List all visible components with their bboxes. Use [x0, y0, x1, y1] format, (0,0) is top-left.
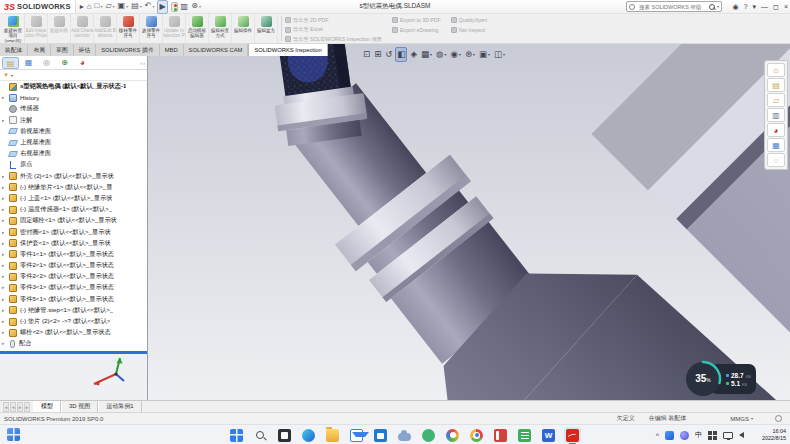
panel-tab-nav-arrows[interactable]: ‹ ›: [140, 60, 147, 66]
design-library-icon[interactable]: ▤: [767, 78, 785, 92]
tree-item[interactable]: ▸零件5<1> (默认<<默认>_显示状态: [0, 294, 147, 305]
taskbar-app-mail[interactable]: [348, 427, 365, 443]
taskbar-app-store[interactable]: [372, 427, 389, 443]
search-scope-icon[interactable]: [629, 4, 635, 10]
undo-icon[interactable]: ↶▾: [145, 0, 155, 13]
more-icon[interactable]: ▾: [753, 1, 757, 13]
tree-item[interactable]: ▸零件2<1> (默认<<默认>_显示状态: [0, 260, 147, 271]
ribbon-button-new-inspection-project[interactable]: 新建检查项目(amp:间): [2, 14, 25, 43]
taskbar-app-edge[interactable]: [300, 427, 317, 443]
tab-scroll-arrow-icon[interactable]: ▸: [24, 402, 30, 412]
edit-appearance-icon[interactable]: ⊛▾: [464, 48, 476, 61]
tab-scroll-arrow-icon[interactable]: ▸: [17, 402, 23, 412]
custom-properties-icon[interactable]: ▦: [767, 138, 785, 152]
taskbar-app-onedrive[interactable]: [396, 427, 413, 443]
apply-scene-icon[interactable]: ▣▾: [478, 48, 491, 61]
volume-icon[interactable]: [739, 432, 744, 438]
taskbar-app-task-view[interactable]: [276, 427, 293, 443]
command-tab[interactable]: SOLIDWORKS Inspection: [248, 44, 327, 56]
hidden-icons-chevron[interactable]: ^: [656, 432, 659, 439]
view-settings-icon[interactable]: ◫▾: [493, 48, 506, 61]
command-tab[interactable]: 评估: [74, 44, 97, 56]
expand-arrow-icon[interactable]: ▸: [2, 274, 9, 279]
restore-icon[interactable]: ◻: [773, 1, 779, 13]
search-icon[interactable]: [708, 3, 716, 11]
tree-item[interactable]: ▸(-) 绝缘垫片<1> (默认<<默认>_显: [0, 182, 147, 193]
tree-item[interactable]: ▸History: [0, 92, 147, 103]
view-orientation-icon[interactable]: ▦▾: [420, 48, 433, 61]
ime-grid-icon[interactable]: [708, 431, 717, 440]
feature-manager-tab[interactable]: ▤: [2, 57, 19, 69]
tab-scroll-arrow-icon[interactable]: ◂: [3, 402, 9, 412]
previous-view-icon[interactable]: ↺: [384, 48, 393, 61]
close-icon[interactable]: ×: [784, 1, 788, 13]
display-style-icon[interactable]: ◍▾: [435, 48, 447, 61]
ime-language-indicator[interactable]: 中: [695, 430, 702, 440]
tree-item[interactable]: ▸密封圈<1> (默认<<默认>_显示状: [0, 226, 147, 237]
taskbar-app-search[interactable]: [252, 427, 269, 443]
tree-item[interactable]: ▸零件3<1> (默认<<默认>_显示状态: [0, 282, 147, 293]
taskbar-app-app-green[interactable]: [420, 427, 437, 443]
ribbon-button-edit-supplier[interactable]: 编辑监方: [255, 14, 278, 43]
taskbar-app-file-explorer[interactable]: [324, 427, 341, 443]
sign-in-icon[interactable]: ◉: [733, 1, 739, 13]
expand-arrow-icon[interactable]: ▸: [2, 308, 9, 313]
tree-filter-row[interactable]: ▼ ▾: [0, 70, 147, 81]
unit-system-selector[interactable]: MMGS ▾: [730, 416, 753, 422]
expand-arrow-icon[interactable]: ▸: [2, 330, 9, 335]
home-icon[interactable]: ⌂: [87, 1, 92, 13]
expand-arrow-icon[interactable]: ▸: [2, 319, 9, 324]
dimxpert-manager-tab[interactable]: ⊕: [56, 57, 73, 69]
tree-item[interactable]: ▸配合: [0, 338, 147, 349]
document-tab[interactable]: 模型: [33, 401, 61, 412]
status-tag-icon[interactable]: [775, 415, 782, 422]
ribbon-button-edit-operation[interactable]: 编辑操作: [232, 14, 255, 43]
expand-arrow-icon[interactable]: ▸: [2, 230, 9, 235]
display-manager-tab[interactable]: ◕: [74, 57, 91, 69]
rebuild-icon[interactable]: [171, 2, 178, 12]
graphics-viewport[interactable]: ⊡⊞↺◧◈▦▾◍▾◉▾⊛▾▣▾◫▾ ⌂▤▱▥◕▦◌: [148, 44, 790, 400]
dynamic-annotation-views-icon[interactable]: ◈: [409, 48, 418, 61]
flyout-arrow-icon[interactable]: ▸: [80, 1, 84, 13]
expand-arrow-icon[interactable]: ▸: [2, 174, 9, 179]
command-tab[interactable]: SOLIDWORKS CAM: [184, 44, 249, 56]
filter-caret-icon[interactable]: ▾: [11, 73, 13, 78]
expand-arrow-icon[interactable]: ▸: [2, 252, 9, 257]
search-caret-icon[interactable]: ▾: [717, 4, 719, 9]
filter-funnel-icon[interactable]: ▼: [3, 70, 9, 80]
taskbar-clock[interactable]: 16:04 2022/8/15: [762, 428, 786, 442]
command-tab[interactable]: 草图: [51, 44, 74, 56]
tree-item[interactable]: ▸(-) 绝缘管.step<1> (默认<<默认>_: [0, 305, 147, 316]
tree-item[interactable]: ▸螺栓<2> (默认<<默认>_显示状态: [0, 327, 147, 338]
hide-show-items-icon[interactable]: ◉▾: [449, 48, 461, 61]
tree-item[interactable]: 右视基准面: [0, 148, 147, 159]
zoom-to-fit-icon[interactable]: ⊡: [362, 48, 371, 61]
tree-item[interactable]: ▸(-) 垫片 (2)<2> ->? (默认<<默认>: [0, 316, 147, 327]
solidworks-forum-icon[interactable]: ◌: [767, 153, 785, 167]
expand-arrow-icon[interactable]: ▸: [2, 241, 9, 246]
document-tab[interactable]: 3D 视图: [61, 401, 98, 412]
taskbar-app-wps[interactable]: W: [540, 427, 557, 443]
search-input[interactable]: [637, 3, 708, 11]
tree-item[interactable]: ▸零件2<2> (默认<<默认>_显示状态: [0, 271, 147, 282]
expand-arrow-icon[interactable]: ▸: [2, 297, 9, 302]
taskbar-app-app-red-book[interactable]: [492, 427, 509, 443]
expand-arrow-icon[interactable]: ▸: [2, 118, 9, 123]
tree-item[interactable]: ▸外壳 (2)<1> (默认<<默认>_显示状: [0, 171, 147, 182]
command-tab[interactable]: 装配体: [0, 44, 28, 56]
tree-item[interactable]: 上视基准面: [0, 137, 147, 148]
command-tab[interactable]: 布局: [28, 44, 51, 56]
tree-item[interactable]: 原点: [0, 159, 147, 170]
search-box[interactable]: ▾: [626, 1, 722, 12]
expand-arrow-icon[interactable]: ▸: [2, 95, 9, 100]
help-icon[interactable]: ?: [744, 1, 748, 13]
taskbar-app-chrome[interactable]: [468, 427, 485, 443]
tree-item[interactable]: s型铠装热电偶 (默认<默认_显示状态-1: [0, 81, 147, 92]
select-icon[interactable]: ▶: [157, 0, 167, 14]
tray-app-blue-icon[interactable]: [665, 431, 674, 440]
taskbar-app-solidworks[interactable]: [564, 427, 581, 443]
open-icon[interactable]: ▱▾: [105, 0, 114, 13]
tree-item[interactable]: ▸(-) 温度传感器<1> (默认<<默认>_: [0, 204, 147, 215]
view-palette-icon[interactable]: ▥: [767, 108, 785, 122]
ribbon-button-edit-inspection-method[interactable]: 编辑检查方式: [209, 14, 232, 43]
